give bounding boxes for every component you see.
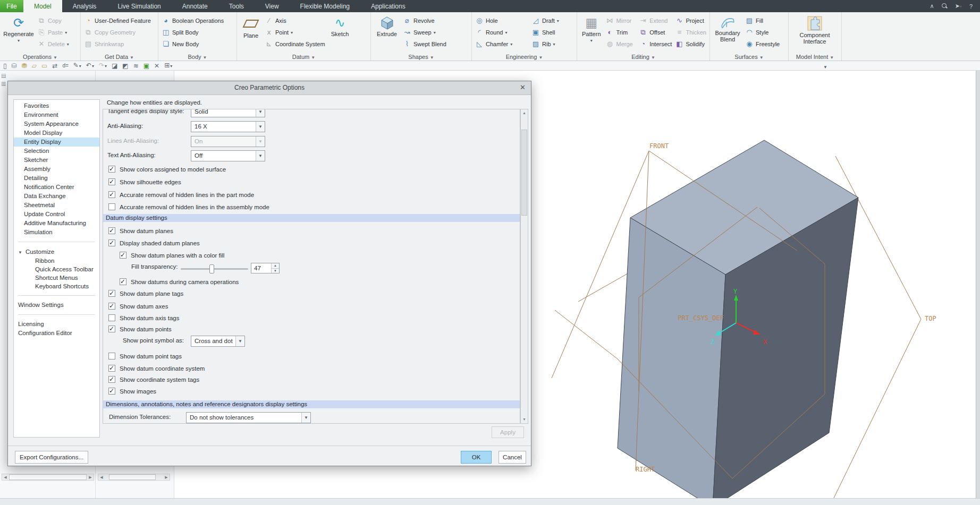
checkbox[interactable] [108, 239, 115, 246]
pattern-button[interactable]: ▦ Pattern ▾ [580, 14, 603, 52]
fill-transparency-spinner[interactable]: 47 ▲ ▼ [251, 263, 280, 273]
group-label-operations[interactable]: Operations ▼ [0, 54, 80, 60]
scrollbar-thumb[interactable] [521, 130, 527, 216]
checkbox[interactable] [108, 166, 115, 173]
undo-icon[interactable]: ↶▾ [86, 61, 94, 71]
window-manager-icon[interactable]: ⊞▾ [164, 61, 172, 71]
boolean-operations-button[interactable]: ◕Boolean Operations [162, 16, 224, 25]
shrinkwrap-button[interactable]: ▤Shrinkwrap [84, 39, 151, 49]
help-icon[interactable]: ? [969, 3, 973, 10]
sidebar-item-window-settings[interactable]: Window Settings [14, 301, 99, 310]
layers-icon[interactable]: ≋ [133, 62, 139, 70]
component-interface-button[interactable]: Component Interface [792, 14, 838, 52]
datum-tag-right[interactable]: RIGHT [636, 466, 655, 473]
sidebar-item-ribbon[interactable]: Ribbon [14, 256, 99, 265]
tab-tools[interactable]: Tools [218, 0, 255, 12]
scroll-right-icon[interactable]: ▶ [87, 474, 94, 480]
sidebar-item-configuration-editor[interactable]: Configuration Editor [14, 329, 99, 338]
tree-horizontal-scrollbar[interactable]: ◀ ▶ [2, 474, 94, 481]
sidebar-item-keyboard-shortcuts[interactable]: Keyboard Shortcuts [14, 282, 99, 290]
group-label-shapes[interactable]: Shapes ▼ [371, 54, 471, 60]
tangent-edges-dropdown[interactable]: Solid▼ [191, 109, 265, 117]
sidebar-item-assembly[interactable]: Assembly [14, 165, 99, 174]
project-button[interactable]: ∿Project [675, 16, 706, 25]
command-search-icon[interactable] [942, 3, 948, 9]
intersect-button[interactable]: ◔Intersect [639, 39, 672, 49]
measure-icon[interactable]: ✎▾ [73, 61, 81, 71]
group-label-editing[interactable]: Editing ▼ [577, 54, 709, 60]
minimize-ribbon-icon[interactable]: ∧ [930, 3, 934, 10]
shade-icon[interactable]: ◩ [122, 62, 128, 70]
cancel-button[interactable]: Cancel [499, 451, 526, 464]
spin-up-icon[interactable]: ▲ [271, 263, 279, 268]
redo-icon[interactable]: ↷▾ [99, 61, 107, 71]
sidebar-item-model-display[interactable]: Model Display [14, 129, 99, 138]
apply-button[interactable]: Apply [492, 426, 524, 438]
merge-button[interactable]: ◍Merge [606, 39, 636, 49]
checkbox[interactable] [108, 178, 115, 185]
sidebar-item-favorites[interactable]: Favorites [14, 101, 99, 110]
checkbox[interactable] [108, 353, 115, 360]
new-file-icon[interactable]: ▯ [3, 62, 7, 70]
plane-button[interactable]: Plane [240, 14, 261, 52]
extrude-button[interactable]: Extrude [374, 14, 400, 52]
tab-model[interactable]: Model [23, 0, 62, 12]
saved-status-icon[interactable]: ▣ [143, 62, 149, 70]
save-a-copy-icon[interactable]: ⛃ [22, 62, 27, 70]
round-button[interactable]: ◜Round▾ [475, 28, 528, 37]
solidify-button[interactable]: ◧Solidify [675, 39, 706, 49]
file-menu-button[interactable]: File [0, 0, 23, 12]
fill-transparency-slider[interactable] [181, 268, 248, 270]
sidebar-item-data-exchange[interactable]: Data Exchange [14, 192, 99, 201]
coordinate-system-button[interactable]: ⊾Coordinate System [265, 39, 325, 49]
export-configurations-button[interactable]: Export Configurations... [15, 451, 88, 464]
tab-annotate[interactable]: Annotate [172, 0, 218, 12]
scroll-right-icon[interactable]: ▶ [163, 474, 170, 480]
checkbox[interactable] [120, 278, 126, 285]
split-body-button[interactable]: ◫Split Body [162, 28, 224, 37]
tab-view[interactable]: View [255, 0, 290, 12]
close-window-icon[interactable]: ✕ [154, 62, 159, 70]
slider-thumb[interactable] [209, 264, 214, 273]
checkbox[interactable] [108, 314, 115, 321]
learning-connector-icon[interactable]: ➤▾ [955, 3, 962, 10]
sidebar-item-licensing[interactable]: Licensing [14, 320, 99, 329]
dimension-tolerances-dropdown[interactable]: Do not show tolerances▼ [186, 412, 311, 423]
sidebar-item-system-appearance[interactable]: System Appearance [14, 119, 99, 129]
scroll-left-icon[interactable]: ◀ [98, 474, 105, 480]
sweep-button[interactable]: ↝Sweep▾ [403, 28, 446, 37]
group-label-body[interactable]: Body ▼ [158, 54, 236, 60]
boundary-blend-button[interactable]: Boundary Blend [713, 14, 742, 52]
ok-button[interactable]: OK [461, 451, 492, 464]
sidebar-item-simulation[interactable]: Simulation [14, 228, 99, 237]
group-label-datum[interactable]: Datum ▼ [237, 54, 370, 60]
group-label-surfaces[interactable]: Surfaces ▼ [710, 54, 788, 60]
delete-button[interactable]: ✕Delete▾ [37, 39, 69, 49]
detail-horizontal-scrollbar[interactable]: ◀ ▶ [98, 474, 170, 481]
group-label-get-data[interactable]: Get Data ▼ [81, 54, 158, 60]
repaint-icon[interactable]: ◪ [112, 62, 117, 70]
mirror-button[interactable]: ⋈Mirror [606, 16, 636, 25]
point-symbol-dropdown[interactable]: Cross and dot▼ [191, 336, 245, 347]
sidebar-item-additive-manufacturing[interactable]: Additive Manufacturing [14, 219, 99, 228]
sidebar-item-selection[interactable]: Selection [14, 147, 99, 156]
freestyle-button[interactable]: ◉Freestyle [745, 39, 780, 49]
sidebar-item-notification-center[interactable]: Notification Center [14, 183, 99, 192]
group-label-engineering[interactable]: Engineering ▼ [472, 54, 577, 60]
tree-page-icon[interactable]: ▤ [1, 73, 94, 79]
anti-aliasing-dropdown[interactable]: 16 X▼ [191, 121, 265, 132]
dialog-title-bar[interactable]: Creo Parametric Options ✕ [8, 81, 531, 95]
copy-button[interactable]: ⧉Copy [37, 16, 69, 25]
dimension-display-icon[interactable]: d= [62, 62, 68, 70]
sidebar-item-sketcher[interactable]: Sketcher [14, 156, 99, 165]
trim-button[interactable]: ◐Trim [606, 28, 636, 37]
fill-button[interactable]: ▨Fill [745, 16, 780, 25]
right-panel-strip[interactable] [976, 71, 980, 498]
tab-applications[interactable]: Applications [360, 0, 416, 12]
checkbox[interactable] [108, 326, 115, 332]
sidebar-item-sheetmetal[interactable]: Sheetmetal [14, 201, 99, 210]
regenerate-button[interactable]: ⟳ Regenerate ▾ [3, 14, 34, 52]
datum-tag-front[interactable]: FRONT [649, 142, 669, 150]
new-body-button[interactable]: ❏New Body [162, 39, 224, 49]
save-icon[interactable]: ⛁ [12, 62, 17, 70]
